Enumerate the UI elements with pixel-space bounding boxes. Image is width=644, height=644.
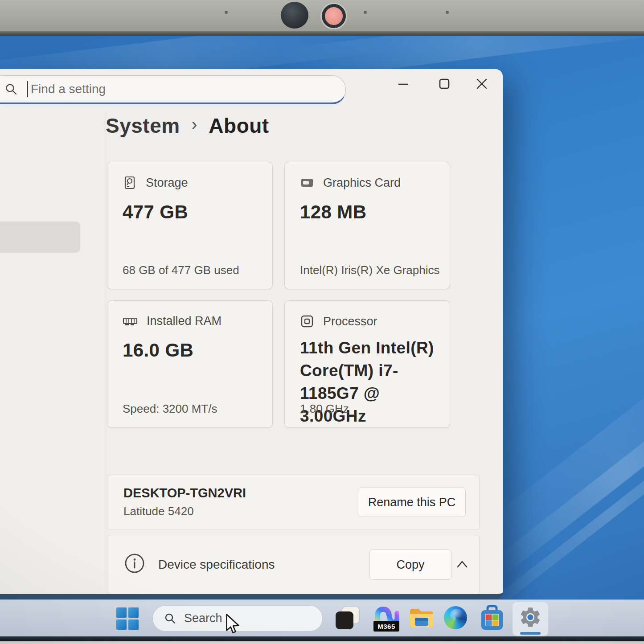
maximize-button[interactable] — [438, 77, 451, 90]
windows-logo-icon — [128, 607, 139, 618]
task-view-button[interactable] — [335, 606, 360, 631]
taskbar-search-placeholder: Search — [184, 611, 222, 625]
device-name-row: DESKTOP-TGN2VRI Latitude 5420 Rename thi… — [107, 475, 480, 530]
rename-this-pc-button[interactable]: Rename this PC — [358, 488, 466, 517]
microsoft-store-icon — [480, 605, 505, 632]
mic-hole — [225, 11, 228, 14]
device-specifications-label: Device specifications — [158, 558, 275, 572]
breadcrumb: System › About — [106, 114, 269, 138]
ram-icon — [123, 315, 138, 328]
installed-ram-card: Installed RAM 16.0 GB Speed: 3200 MT/s — [107, 300, 273, 428]
task-view-icon — [336, 611, 353, 629]
cpu-icon — [300, 314, 314, 328]
page-title-about: About — [209, 114, 269, 138]
start-button[interactable] — [116, 607, 139, 630]
windows-logo-icon — [116, 619, 127, 630]
copy-button[interactable]: Copy — [369, 550, 451, 580]
settings-gear-icon — [518, 605, 542, 629]
storage-card: Storage 477 GB 68 GB of 477 GB used — [107, 162, 273, 289]
chevron-up-icon[interactable] — [455, 558, 469, 570]
card-label: Installed RAM — [147, 314, 222, 328]
m365-badge: M365 — [373, 621, 399, 632]
close-icon — [475, 77, 488, 90]
sidebar-selected-item[interactable] — [0, 222, 80, 253]
screen-bottom-edge — [0, 636, 644, 641]
card-value: 128 MB — [300, 201, 435, 223]
file-explorer-button[interactable] — [409, 607, 434, 632]
card-label: Graphics Card — [323, 176, 401, 190]
harddrive-icon — [123, 176, 137, 190]
webcam-lens-icon — [322, 4, 346, 28]
processor-card: Processor 11th Gen Intel(R) Core(TM) i7-… — [284, 300, 450, 428]
mic-hole — [364, 11, 367, 14]
search-icon — [164, 613, 176, 624]
card-detail: Intel(R) Iris(R) Xe Graphics — [300, 263, 440, 277]
edge-icon — [444, 606, 467, 629]
taskbar: Search M365 — [0, 599, 644, 637]
m365-copilot-button[interactable]: M365 — [373, 606, 398, 631]
card-label: Storage — [146, 176, 188, 190]
minimize-button[interactable] — [397, 77, 410, 90]
bottom-bezel — [0, 641, 644, 644]
text-caret — [27, 81, 28, 97]
spec-cards: Storage 477 GB 68 GB of 477 GB used Grap… — [107, 162, 450, 428]
chevron-right-icon: › — [192, 115, 197, 134]
active-app-indicator — [520, 632, 541, 635]
card-detail: 68 GB of 477 GB used — [123, 263, 239, 277]
graphics-card-card: Graphics Card 128 MB Intel(R) Iris(R) Xe… — [284, 162, 450, 289]
gpu-icon — [300, 176, 314, 190]
windows-logo-icon — [128, 619, 139, 630]
card-value: 477 GB — [123, 201, 257, 223]
microsoft-store-button[interactable] — [480, 605, 505, 630]
info-icon — [124, 553, 145, 574]
close-button[interactable] — [475, 77, 488, 90]
maximize-icon — [438, 77, 451, 90]
card-value: 16.0 GB — [123, 340, 257, 361]
find-a-setting-placeholder: Find a setting — [31, 82, 106, 96]
mouse-cursor — [224, 614, 241, 635]
device-specifications-row[interactable]: Device specifications Copy — [107, 535, 480, 594]
device-name: DESKTOP-TGN2VRI — [123, 486, 246, 500]
find-a-setting-input[interactable]: Find a setting — [0, 75, 346, 104]
settings-app-button[interactable] — [513, 602, 548, 636]
settings-window: Find a setting System › About — [0, 69, 503, 599]
webcam-icon — [281, 2, 308, 29]
sidebar-divider — [106, 112, 106, 591]
windows-logo-icon — [116, 607, 127, 618]
card-detail: Speed: 3200 MT/s — [123, 402, 217, 416]
device-model: Latitude 5420 — [123, 505, 194, 518]
card-detail: 1.80 GHz — [300, 402, 349, 416]
search-icon — [5, 83, 17, 95]
edge-button[interactable] — [443, 606, 468, 631]
card-label: Processor — [323, 315, 377, 328]
mic-hole — [446, 11, 449, 14]
minimize-icon — [397, 77, 410, 90]
file-explorer-icon — [409, 607, 434, 629]
breadcrumb-system[interactable]: System — [106, 114, 180, 138]
